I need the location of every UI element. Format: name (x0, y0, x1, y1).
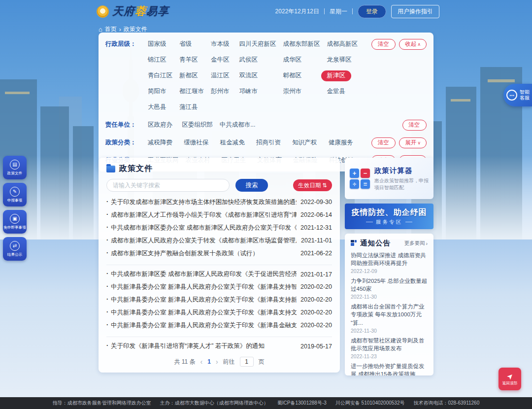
policy-list-item[interactable]: 中共成都市新津区委办公室 成都市新津区人民政府办公室关于印发《成都市新津区推动.… (106, 221, 332, 234)
policy-list-item[interactable]: 中共成都市新津区委 成都市新津区人民政府印发《关于促进民营经济高质量发展助推创.… (106, 265, 332, 280)
filter-option[interactable]: 缓缴社保 (178, 137, 214, 148)
filter-action-button[interactable]: 清空 (371, 39, 396, 50)
filter-option[interactable]: 新都区 (173, 70, 204, 81)
filter-option[interactable]: 锦江区 (142, 55, 172, 66)
filter-action-button[interactable]: 清空 (371, 137, 396, 148)
filter-option[interactable]: 青白江区 (142, 70, 178, 81)
filter-option[interactable]: 简阳市 (142, 86, 172, 97)
policy-list-item[interactable]: 关于印发成都市新津区支持市场主体纾困加快经济恢复政策措施的通知 2022-09-… (106, 196, 332, 208)
filter-actions: 清空收起∧ (364, 39, 427, 50)
panel-title: 政策文件 (119, 164, 153, 174)
filter-option[interactable]: 都江堰市 (173, 86, 210, 97)
filter-option[interactable]: 龙泉驿区 (321, 55, 358, 66)
policy-list-panel: 政策文件 搜索 生效日期 ⇅ 关于印发成都市新津区支持市场主体纾困加快经济恢复政… (99, 158, 340, 373)
quick-nav-button[interactable]: ⇄ 结果公示 (3, 237, 27, 261)
notice-list-item[interactable]: 成都将出台全国首个算力产业专项政策 每年发放1000万元 “算... 2022-… (351, 303, 428, 333)
notice-list-item[interactable]: 力争到2025年 总部企业数量超过450家 2022-11-30 (351, 277, 428, 300)
filter-options: 减税降费缓缴社保租金减免招商引资知识产权健康服务 (148, 137, 364, 148)
filter-option[interactable]: 区政府办 (142, 120, 178, 131)
policy-list-item[interactable]: 中共新津县委办公室 新津县人民政府办公室关于印发《新津县支持智能科技产业发展政.… (106, 280, 332, 293)
filter-action-button[interactable]: 收起∧ (399, 39, 427, 50)
calculator-icon: +−÷= (350, 169, 370, 189)
filter-option[interactable]: 大邑县 (142, 102, 172, 113)
notice-list-item[interactable]: 协同立法纵深推进 成德眉资共同助推营商环境再提升 2022-12-09 (351, 251, 428, 274)
notice-list-item[interactable]: 进一步推动外资扩量提质促发展 成都推出15条政策措施 2022-11-16 (351, 362, 428, 375)
filter-option[interactable]: 成都东部新区 (277, 39, 326, 50)
policy-list-item[interactable]: 成都市新津区支持产教融合创新发展十条政策（试行） 2021-06-22 (106, 247, 332, 260)
left-quick-nav: ▤ 政策文件 ✎ 申报事项 ▣ 免申即享事项 ⇄ 结果公示 (3, 156, 27, 261)
quick-nav-button[interactable]: ▣ 免申即享事项 (3, 210, 27, 234)
filter-option[interactable]: 崇州市 (277, 86, 308, 97)
filter-option[interactable]: 中共成都市... (214, 120, 262, 131)
filter-option[interactable]: 青羊区 (173, 55, 204, 66)
site-logo[interactable]: 天府蓉易享 (97, 4, 169, 19)
filter-option[interactable]: 市本级 (205, 39, 235, 50)
filter-option[interactable]: 四川天府新区 (233, 39, 282, 50)
filter-option[interactable]: 温江区 (205, 70, 235, 81)
more-news-link[interactable]: 更多要闻› (404, 240, 428, 247)
filter-option[interactable]: 知识产权 (286, 137, 323, 148)
filter-option[interactable]: 招商引资 (250, 137, 287, 148)
smart-service-label: 智能 客服 (520, 89, 530, 101)
filter-action-button[interactable]: 清空 (402, 120, 427, 131)
policy-title[interactable]: 成都市新津区支持产教融合创新发展十条政策（试行） (106, 249, 297, 258)
policy-title[interactable]: 关于印发成都市新津区支持市场主体纾困加快经济恢复政策措施的通知 (106, 198, 297, 206)
policy-title[interactable]: 中共新津县委办公室 新津县人民政府办公室关于印发《新津县支持文体旅产业发展政策.… (106, 308, 297, 317)
smart-service-button[interactable]: ⋯ 智能 客服 (503, 84, 532, 106)
sort-by-date-button[interactable]: 生效日期 ⇅ (293, 179, 332, 191)
quick-nav-button[interactable]: ✎ 申报事项 (3, 183, 27, 206)
current-page[interactable]: 1 (207, 358, 211, 365)
policy-title[interactable]: 成都市新津区人民政府办公室关于转发《成都市新津区市场监督管理局关于印发〈关于..… (106, 237, 297, 245)
header-weekday: 星期一 (330, 7, 347, 16)
policy-list-item[interactable]: 中共新津县委办公室 新津县人民政府办公室关于印发《新津县支持文体旅产业发展政策.… (106, 306, 332, 319)
filter-option[interactable]: 新津区 (321, 70, 352, 81)
policy-list-item[interactable]: 中共新津县委办公室 新津县人民政府办公室关于印发《新津县支持新乡村产业发展政策.… (106, 293, 332, 306)
goto-page-input[interactable] (240, 357, 254, 367)
policy-title[interactable]: 成都市新津区人才工作领导小组关于印发《成都市新津区引进培育“津英人才”若干政..… (106, 211, 297, 219)
policy-title[interactable]: 关于印发《新津县引进培育“津英人才” 若干政策》的通知 (106, 342, 297, 350)
filter-option[interactable]: 金牛区 (205, 55, 235, 66)
back-to-top-button[interactable]: ➤ 返回顶部 (499, 368, 521, 390)
policy-list-item[interactable]: 成都市新津区人民政府办公室关于转发《成都市新津区市场监督管理局关于印发〈关于..… (106, 234, 332, 247)
policy-title[interactable]: 中共成都市新津区委办公室 成都市新津区人民政府办公室关于印发《成都市新津区推动.… (106, 224, 297, 232)
filter-option[interactable]: 蒲江县 (173, 102, 204, 113)
filter-option[interactable]: 彭州市 (205, 86, 235, 97)
filter-option[interactable]: 减税降费 (142, 137, 178, 148)
search-input[interactable] (106, 179, 230, 192)
notice-item-title[interactable]: 协同立法纵深推进 成德眉资共同助推营商环境再提升 (351, 251, 428, 267)
notice-item-title[interactable]: 成都将出台全国首个算力产业专项政策 每年发放1000万元 “算... (351, 303, 428, 326)
policy-calculator-card[interactable]: +−÷= 政策计算器 惠企政策智能推荐，申报项目智能匹配 (345, 158, 433, 199)
next-page-button[interactable]: › (216, 358, 218, 366)
back-to-top-label: 返回顶部 (502, 380, 517, 385)
policy-title[interactable]: 中共新津县委办公室 新津县人民政府办公室关于印发《新津县支持新乡村产业发展政策.… (106, 296, 297, 304)
notice-list-item[interactable]: 成都市智慧社区建设导则及首批示范应用场景发布 2022-11-23 (351, 337, 428, 359)
policy-title[interactable]: 中共新津县委办公室 新津县人民政府办公室关于印发《新津县支持智能科技产业发展政.… (106, 283, 297, 291)
prev-page-button[interactable]: ‹ (200, 358, 203, 366)
filter-option[interactable]: 成都高新区 (321, 39, 364, 50)
policy-list-item[interactable]: 关于印发《新津县引进培育“津英人才” 若干政策》的通知 2019-05-17 (106, 337, 332, 352)
filter-option[interactable]: 区委组织部 (176, 120, 219, 131)
quick-nav-button[interactable]: ▤ 政策文件 (3, 156, 27, 179)
user-guide-button[interactable]: 用户操作指引 (391, 5, 439, 18)
search-button[interactable]: 搜索 (235, 179, 268, 192)
policy-list-item[interactable]: 成都市新津区人才工作领导小组关于印发《成都市新津区引进培育“津英人才”若干政..… (106, 208, 332, 221)
filter-option[interactable]: 邛崃市 (233, 86, 264, 97)
epidemic-service-banner[interactable]: 疫情防控、助企纾困 服务专区 (345, 204, 433, 229)
policy-title[interactable]: 中共成都市新津区委 成都市新津区人民政府印发《关于促进民营经济高质量发展助推创.… (106, 270, 297, 278)
login-button[interactable]: 登录 (358, 5, 386, 18)
notice-item-title[interactable]: 进一步推动外资扩量提质促发展 成都推出15条政策措施 (351, 362, 428, 375)
filter-option[interactable]: 健康服务 (323, 137, 359, 148)
filter-option[interactable]: 郫都区 (277, 70, 308, 81)
filter-option[interactable]: 租金减免 (214, 137, 251, 148)
policy-title[interactable]: 中共新津县委办公室 新津县人民政府办公室关于印发《新津县金融支持实体经济政策》.… (106, 321, 297, 330)
filter-option[interactable]: 武侯区 (233, 55, 264, 66)
filter-option[interactable]: 金堂县 (321, 86, 352, 97)
filter-option[interactable]: 国家级 (142, 39, 172, 50)
notice-item-title[interactable]: 力争到2025年 总部企业数量超过450家 (351, 277, 428, 293)
filter-option[interactable]: 双流区 (233, 70, 264, 81)
policy-list-item[interactable]: 中共新津县委办公室 新津县人民政府办公室关于印发《新津县金融支持实体经济政策》.… (106, 319, 332, 332)
filter-option[interactable]: 成华区 (277, 55, 308, 66)
notice-item-title[interactable]: 成都市智慧社区建设导则及首批示范应用场景发布 (351, 337, 428, 352)
filter-action-button[interactable]: 展开∨ (399, 137, 427, 148)
filter-option[interactable]: 省级 (173, 39, 198, 50)
